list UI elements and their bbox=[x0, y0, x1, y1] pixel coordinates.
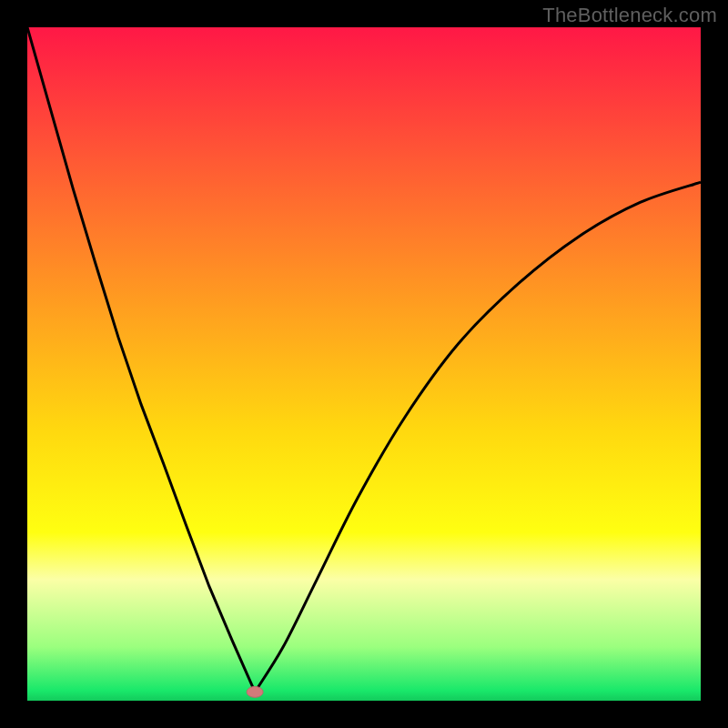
plot-svg bbox=[27, 27, 701, 701]
minimum-marker bbox=[247, 686, 263, 697]
plot-area bbox=[27, 27, 701, 701]
watermark-label: TheBottleneck.com bbox=[542, 4, 717, 27]
chart-frame: TheBottleneck.com bbox=[0, 0, 728, 728]
